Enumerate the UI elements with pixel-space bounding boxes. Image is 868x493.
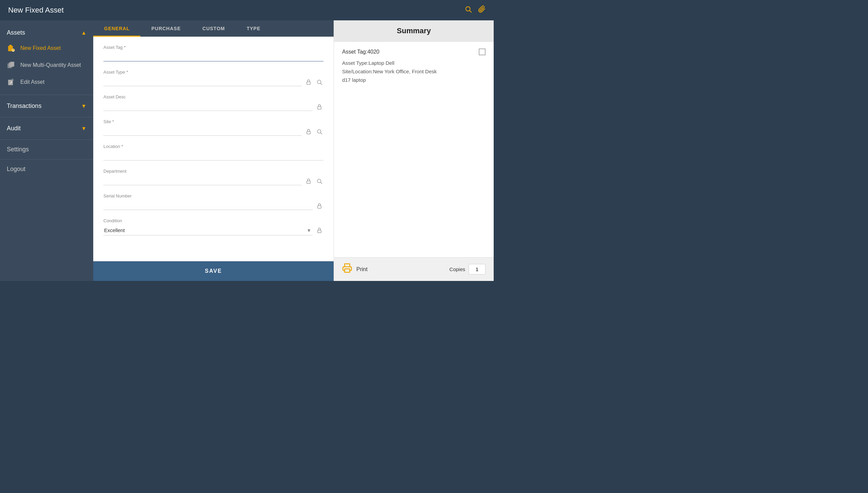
condition-select-wrapper: Excellent Good Fair Poor ▼ [103,225,313,235]
form-panel: GENERAL PURCHASE CUSTOM TYPE Asset Tag *… [93,20,334,281]
copies-label: Copies [449,266,465,272]
tab-purchase[interactable]: PURCHASE [140,20,192,37]
sidebar-item-label-new-multi-quantity-asset: New Multi-Quantity Asset [20,62,81,68]
save-bar: SAVE [93,261,334,281]
location-row [103,150,323,160]
sidebar-section-title-transactions: Transactions [7,102,41,110]
svg-rect-23 [318,230,321,233]
svg-rect-19 [307,181,311,184]
save-button[interactable]: SAVE [93,261,334,281]
svg-text:+: + [13,49,14,52]
sidebar-item-label-settings: Settings [7,146,29,153]
asset-tag-label: Asset Tag * [103,45,323,50]
sidebar-item-logout[interactable]: Logout [0,161,93,177]
form-body: Asset Tag * Asset Type * [93,37,334,261]
location-field: Location * [103,144,323,160]
svg-line-14 [320,83,322,84]
site-label: Site * [103,119,323,124]
sidebar-divider-1 [0,95,93,95]
chevron-down-icon-transactions: ▼ [81,103,86,109]
asset-type-input[interactable] [103,76,302,86]
svg-rect-5 [9,49,11,49]
new-multi-quantity-asset-icon [7,61,16,70]
summary-site-location: Site/Location:New York Office, Front Des… [342,69,486,74]
tab-custom[interactable]: CUSTOM [192,20,236,37]
summary-tag-row: Asset Tag:4020 [342,49,486,55]
summary-footer: Print Copies [334,257,494,281]
svg-rect-11 [8,80,13,85]
condition-field: Condition Excellent Good Fair Poor ▼ [103,218,323,235]
summary-description: d17 laptop [342,77,486,83]
sidebar-section-header-transactions[interactable]: Transactions ▼ [0,99,93,113]
app-title: New Fixed Asset [8,6,64,15]
sidebar-section-title-assets: Assets [7,29,25,36]
site-search-icon[interactable] [315,128,323,136]
condition-row: Excellent Good Fair Poor ▼ [103,225,323,235]
top-bar-icons [465,5,486,15]
sidebar: Assets ▲ + New Fixed Asset [0,20,93,281]
asset-tag-field: Asset Tag * [103,45,323,61]
serial-number-label: Serial Number [103,193,323,198]
top-bar: New Fixed Asset [0,0,494,20]
site-lock-icon[interactable] [304,128,313,136]
summary-panel: Summary Asset Tag:4020 Asset Type:Laptop… [334,20,494,281]
summary-body: Asset Tag:4020 Asset Type:Laptop Dell Si… [334,42,494,257]
sidebar-item-new-multi-quantity-asset[interactable]: New Multi-Quantity Asset [0,57,93,74]
sidebar-divider-4 [0,159,93,159]
paperclip-icon[interactable] [478,5,486,15]
svg-rect-22 [318,206,321,208]
print-icon[interactable] [342,263,352,276]
content-area: GENERAL PURCHASE CUSTOM TYPE Asset Tag *… [93,20,494,281]
print-section: Print [342,263,368,276]
chevron-down-icon-audit: ▼ [81,126,86,132]
sidebar-item-edit-asset[interactable]: Edit Asset [0,74,93,91]
svg-rect-4 [9,48,12,48]
svg-rect-10 [10,62,14,67]
print-label[interactable]: Print [356,266,368,272]
department-row [103,175,323,185]
department-field: Department [103,169,323,185]
summary-title: Summary [397,26,431,35]
svg-line-18 [320,133,322,134]
sidebar-item-new-fixed-asset[interactable]: + New Fixed Asset [0,40,93,57]
condition-select[interactable]: Excellent Good Fair Poor [103,225,313,235]
asset-desc-label: Asset Desc [103,94,323,99]
sidebar-section-header-audit[interactable]: Audit ▼ [0,121,93,135]
serial-number-row [103,200,323,210]
svg-rect-3 [9,45,12,46]
asset-desc-input[interactable] [103,101,313,111]
site-row [103,126,323,136]
tab-type[interactable]: TYPE [236,20,271,37]
sidebar-section-header-assets[interactable]: Assets ▲ [0,26,93,40]
condition-lock-icon[interactable] [315,226,323,234]
sidebar-item-settings[interactable]: Settings [0,141,93,158]
asset-tag-row [103,51,323,61]
department-input[interactable] [103,175,302,185]
serial-number-lock-icon[interactable] [315,202,323,210]
department-search-icon[interactable] [315,177,323,185]
asset-tag-input[interactable] [103,51,323,61]
sidebar-section-audit: Audit ▼ [0,119,93,138]
sidebar-item-label-edit-asset: Edit Asset [20,79,44,85]
asset-desc-field: Asset Desc [103,94,323,111]
department-lock-icon[interactable] [304,177,313,185]
chevron-up-icon: ▲ [81,30,86,36]
edit-asset-icon [7,78,16,87]
asset-desc-lock-icon[interactable] [315,103,323,111]
svg-line-1 [470,11,471,12]
tab-general[interactable]: GENERAL [93,20,140,37]
summary-checkbox[interactable] [479,49,486,55]
serial-number-input[interactable] [103,200,313,210]
serial-number-field: Serial Number [103,193,323,210]
search-icon[interactable] [465,5,472,15]
site-input[interactable] [103,126,302,136]
sidebar-section-assets: Assets ▲ + New Fixed Asset [0,23,93,93]
asset-type-lock-icon[interactable] [304,78,313,86]
location-input[interactable] [103,150,323,160]
condition-label: Condition [103,218,323,223]
copies-input[interactable] [469,264,486,274]
summary-asset-tag: Asset Tag:4020 [342,49,379,55]
new-fixed-asset-icon: + [7,44,16,53]
main-layout: Assets ▲ + New Fixed Asset [0,20,494,281]
asset-type-search-icon[interactable] [315,78,323,86]
